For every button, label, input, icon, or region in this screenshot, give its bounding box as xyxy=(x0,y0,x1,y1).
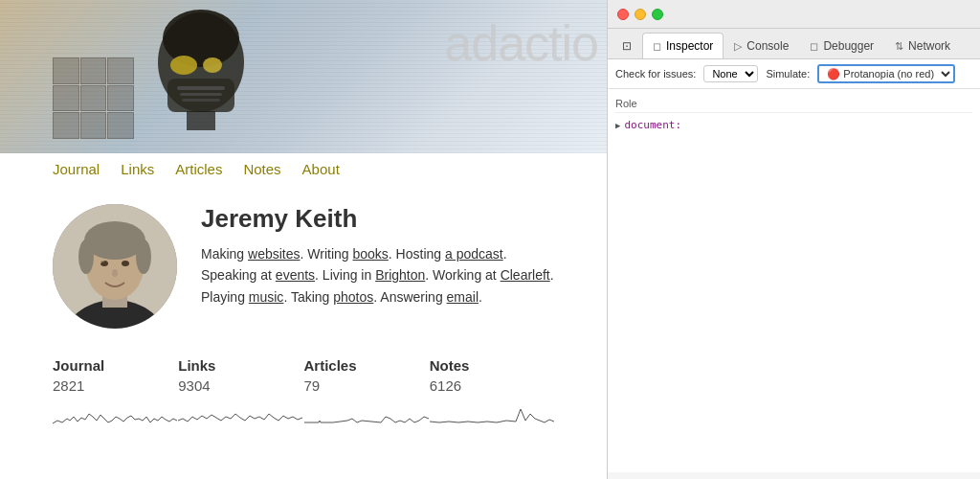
svg-rect-6 xyxy=(180,93,222,96)
bio-link-podcast[interactable]: a podcast xyxy=(445,246,503,262)
tab-network-label: Network xyxy=(908,39,950,53)
tab-inspector[interactable]: ◻ Inspector xyxy=(642,33,724,58)
svg-point-16 xyxy=(136,240,151,274)
grid-cell xyxy=(107,85,134,112)
devtools-tabs: ⊡ ◻ Inspector ▷ Console ◻ Debugger ⇅ Net… xyxy=(608,29,980,59)
stat-notes-count: 6126 xyxy=(430,377,555,394)
stat-journal-count: 2821 xyxy=(53,377,178,394)
site-title: adactio xyxy=(444,14,598,72)
stat-journal: Journal 2821 xyxy=(53,357,178,432)
tab-console[interactable]: ▷ Console xyxy=(724,33,799,58)
tab-inspector-label: Inspector xyxy=(666,39,713,53)
picker-icon: ⊡ xyxy=(622,39,632,53)
sparkline-journal xyxy=(53,399,177,428)
bio-link-books[interactable]: books xyxy=(352,246,388,262)
sparkline-links xyxy=(178,399,302,428)
bio-link-photos[interactable]: photos xyxy=(333,289,373,305)
tab-console-label: Console xyxy=(746,39,789,53)
console-icon: ▷ xyxy=(734,40,742,53)
inspector-icon: ◻ xyxy=(653,40,661,53)
traffic-light-red[interactable] xyxy=(617,9,629,20)
banner-figure xyxy=(144,10,258,134)
grid-overlay xyxy=(53,57,134,139)
stats-section: Journal 2821 Links 9304 Articles 79 Note… xyxy=(0,348,608,442)
avatar xyxy=(53,204,177,329)
stat-journal-title: Journal xyxy=(53,357,178,374)
svg-rect-7 xyxy=(182,99,220,102)
svg-point-1 xyxy=(163,10,239,67)
dom-document-label: document: xyxy=(624,119,681,131)
bio-name: Jeremy Keith xyxy=(201,204,555,234)
svg-point-3 xyxy=(203,57,222,73)
sparkline-notes xyxy=(430,399,554,428)
grid-cell xyxy=(53,112,79,139)
bio-link-websites[interactable]: websites xyxy=(248,246,300,262)
devtools-titlebar xyxy=(608,0,980,29)
grid-cell xyxy=(53,57,79,84)
svg-point-15 xyxy=(78,240,94,274)
grid-cell xyxy=(107,112,134,139)
svg-point-2 xyxy=(170,56,197,75)
stat-links: Links 9304 xyxy=(178,357,303,432)
nav-links[interactable]: Links xyxy=(121,161,154,177)
svg-point-19 xyxy=(112,269,118,277)
tab-debugger[interactable]: ◻ Debugger xyxy=(799,33,884,58)
bio-link-brighton[interactable]: Brighton xyxy=(375,267,425,283)
stat-articles-title: Articles xyxy=(304,357,430,374)
sparkline-articles xyxy=(304,399,429,428)
traffic-light-green[interactable] xyxy=(652,9,663,20)
network-icon: ⇅ xyxy=(895,40,903,53)
role-label: Role xyxy=(615,95,972,113)
bio-link-email[interactable]: email xyxy=(447,289,479,305)
tab-debugger-label: Debugger xyxy=(823,39,874,53)
svg-rect-5 xyxy=(177,86,225,90)
grid-cell xyxy=(80,85,107,112)
debugger-icon: ◻ xyxy=(810,40,818,53)
bio-section: Jeremy Keith Making websites. Writing bo… xyxy=(201,204,555,308)
simulate-select[interactable]: 🔴 Protanopia (no red) xyxy=(817,64,955,83)
grid-cell xyxy=(53,85,79,112)
devtools-content: Role ▶ document: xyxy=(608,89,980,472)
website-area: adactio Journal Links Articles Notes Abo… xyxy=(0,0,608,479)
check-issues-label: Check for issues: xyxy=(615,68,696,80)
stat-articles: Articles 79 xyxy=(304,357,430,432)
grid-cell xyxy=(80,112,107,139)
stat-notes: Notes 6126 xyxy=(430,357,555,432)
bio-link-music[interactable]: music xyxy=(249,289,284,305)
simulate-label: Simulate: xyxy=(766,68,810,80)
dom-tree-item[interactable]: ▶ document: xyxy=(615,117,972,133)
devtools-toolbar: Check for issues: None Simulate: 🔴 Prota… xyxy=(608,59,980,89)
dom-triangle-icon: ▶ xyxy=(615,121,620,130)
tab-picker[interactable]: ⊡ xyxy=(612,33,642,58)
main-nav: Journal Links Articles Notes About xyxy=(0,153,608,185)
bio-link-clearleft[interactable]: Clearleft xyxy=(501,267,550,283)
nav-about[interactable]: About xyxy=(302,161,340,177)
stat-notes-title: Notes xyxy=(430,357,555,374)
stat-links-count: 9304 xyxy=(178,377,303,394)
header-banner: adactio xyxy=(0,0,608,153)
traffic-light-yellow[interactable] xyxy=(635,9,646,20)
main-content: Jeremy Keith Making websites. Writing bo… xyxy=(0,185,608,348)
nav-notes[interactable]: Notes xyxy=(243,161,280,177)
svg-rect-8 xyxy=(187,111,215,130)
nav-articles[interactable]: Articles xyxy=(175,161,222,177)
grid-cell xyxy=(107,57,134,84)
stat-articles-count: 79 xyxy=(304,377,430,394)
none-select[interactable]: None xyxy=(703,65,758,82)
nav-journal[interactable]: Journal xyxy=(53,161,100,177)
grid-cell xyxy=(80,57,107,84)
devtools-panel: ⊡ ◻ Inspector ▷ Console ◻ Debugger ⇅ Net… xyxy=(607,0,980,479)
stat-links-title: Links xyxy=(178,357,303,374)
bio-link-events[interactable]: events xyxy=(276,267,315,283)
tab-network[interactable]: ⇅ Network xyxy=(884,33,961,58)
svg-point-18 xyxy=(122,261,129,266)
bio-text: Making websites. Writing books. Hosting … xyxy=(201,243,555,308)
